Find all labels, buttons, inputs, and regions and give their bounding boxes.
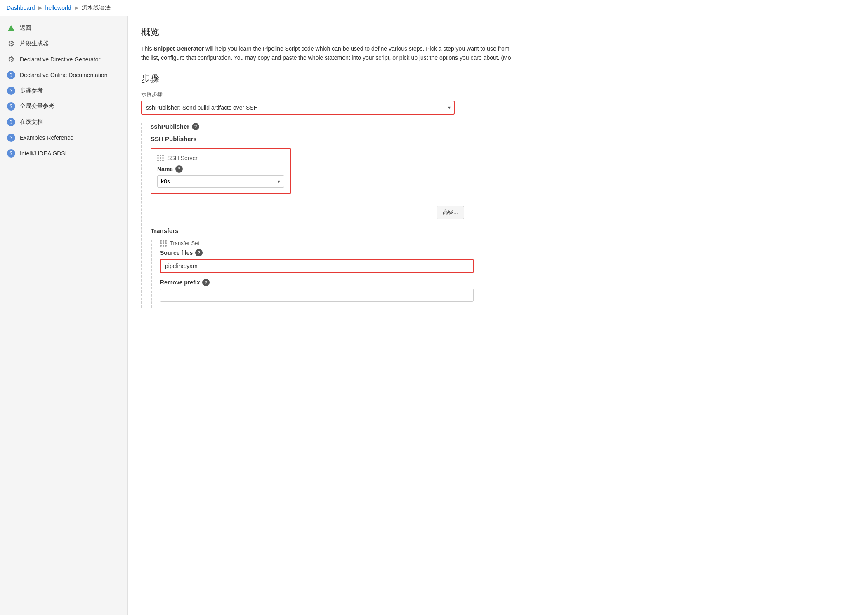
sidebar-examples-ref-label: Examples Reference [20, 134, 73, 141]
ssh-server-header: SSH Server [157, 155, 284, 161]
breadcrumb: Dashboard ▶ helloworld ▶ 流水线语法 [0, 0, 859, 16]
sidebar-item-examples-ref[interactable]: ? Examples Reference [0, 130, 127, 146]
sidebar-item-back[interactable]: 返回 [0, 20, 127, 36]
name-label: Name [157, 166, 173, 172]
source-files-row: Source files ? [160, 249, 846, 256]
help-icon-online-doc: ? [7, 71, 16, 80]
source-files-label: Source files [160, 249, 193, 256]
breadcrumb-current: 流水线语法 [82, 4, 111, 12]
help-icon-steps-ref: ? [7, 86, 16, 95]
sidebar-declarative-label: Declarative Directive Generator [20, 56, 100, 63]
sidebar-back-label: 返回 [20, 24, 31, 32]
advanced-button[interactable]: 高级... [437, 206, 464, 219]
source-files-input[interactable] [160, 259, 474, 273]
transfer-drag-icon [160, 240, 167, 247]
sidebar-item-snippet-generator[interactable]: ⚙ 片段生成器 [0, 36, 127, 52]
transfer-set-header: Transfer Set [160, 240, 846, 247]
steps-title: 步骤 [141, 73, 846, 85]
transfers-section: Transfers Transfer Set Source files ? [151, 227, 846, 308]
name-label-row: Name ? [157, 165, 284, 173]
main-content: 概览 This Snippet Generator will help you … [128, 16, 859, 615]
transfers-title: Transfers [151, 227, 846, 234]
remove-prefix-help-icon[interactable]: ? [202, 279, 210, 286]
breadcrumb-sep-1: ▶ [38, 5, 42, 11]
remove-prefix-label: Remove prefix [160, 279, 200, 286]
breadcrumb-dashboard[interactable]: Dashboard [7, 5, 35, 11]
sidebar-item-steps-ref[interactable]: ? 步骤参考 [0, 83, 127, 99]
breadcrumb-helloworld[interactable]: helloworld [45, 5, 71, 11]
sidebar-item-global-var[interactable]: ? 全局变量参考 [0, 99, 127, 114]
transfer-set-title: Transfer Set [170, 240, 199, 246]
transfer-set-section: Transfer Set Source files ? Remove prefi… [151, 240, 846, 308]
ssh-publisher-panel: sshPublisher ? SSH Publishers SSH Server… [141, 123, 846, 308]
sidebar-snippet-label: 片段生成器 [20, 40, 49, 47]
sidebar-item-online-docs[interactable]: ? 在线文档 [0, 114, 127, 130]
sidebar-item-declarative-directive[interactable]: ⚙ Declarative Directive Generator [0, 52, 127, 67]
step-dropdown[interactable]: sshPublisher: Send build artifacts over … [141, 101, 455, 115]
ssh-publishers-title: SSH Publishers [151, 135, 846, 142]
remove-prefix-row: Remove prefix ? [160, 279, 846, 286]
step-select-wrapper: sshPublisher: Send build artifacts over … [141, 101, 455, 115]
sidebar: 返回 ⚙ 片段生成器 ⚙ Declarative Directive Gener… [0, 16, 128, 615]
drag-handle-icon [157, 155, 164, 161]
overview-text-pre: This [141, 45, 153, 52]
help-icon-global-var: ? [7, 102, 16, 111]
sidebar-steps-ref-label: 步骤参考 [20, 87, 43, 94]
name-dropdown[interactable]: k8s [157, 175, 284, 188]
help-icon-online-docs: ? [7, 118, 16, 127]
sidebar-item-declarative-online-doc[interactable]: ? Declarative Online Documentation [0, 67, 127, 83]
step-dropdown-label: 示例步骤 [141, 91, 846, 98]
breadcrumb-sep-2: ▶ [75, 5, 78, 11]
help-icon-examples-ref: ? [7, 133, 16, 142]
sidebar-global-var-label: 全局变量参考 [20, 103, 54, 110]
overview-text-bold: Snippet Generator [153, 45, 204, 52]
name-help-icon[interactable]: ? [175, 165, 183, 173]
remove-prefix-input[interactable] [160, 289, 474, 302]
help-icon-intellij: ? [7, 149, 16, 158]
back-icon [7, 24, 16, 33]
ssh-publisher-label: sshPublisher ? [151, 123, 846, 130]
sidebar-online-doc-label: Declarative Online Documentation [20, 72, 107, 78]
sidebar-item-intellij-gdsl[interactable]: ? IntelliJ IDEA GDSL [0, 146, 127, 161]
ssh-server-title: SSH Server [167, 155, 198, 161]
ssh-server-box: SSH Server Name ? k8s ▾ [151, 148, 291, 194]
overview-text: This Snippet Generator will help you lea… [141, 44, 512, 63]
ssh-publisher-help-icon[interactable]: ? [192, 123, 199, 130]
sidebar-online-docs-label: 在线文档 [20, 118, 43, 126]
source-files-help-icon[interactable]: ? [195, 249, 203, 256]
gear-icon-declarative: ⚙ [7, 55, 16, 64]
gear-icon-snippet: ⚙ [7, 39, 16, 48]
name-select-wrapper: k8s ▾ [157, 175, 284, 188]
overview-title: 概览 [141, 26, 846, 38]
sidebar-intellij-label: IntelliJ IDEA GDSL [20, 150, 68, 157]
advanced-btn-row: 高级... [151, 206, 464, 219]
